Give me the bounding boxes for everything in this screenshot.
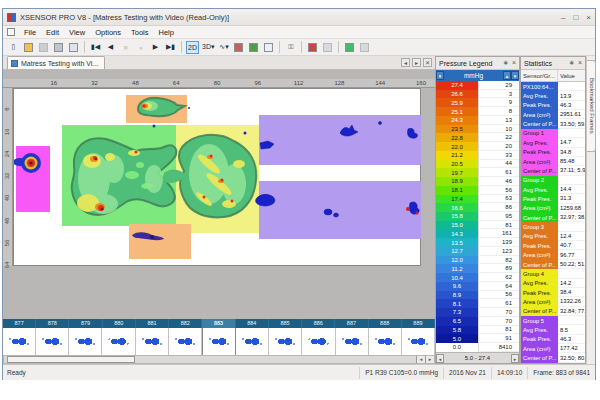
stats-row[interactable]: Peak Pres.34.8: [521, 148, 585, 157]
menu-help[interactable]: Help: [154, 28, 179, 37]
stats-row[interactable]: Area (cm²)96.77: [521, 250, 585, 259]
tab-prev-button[interactable]: ◂: [401, 58, 410, 67]
frame-thumbnail[interactable]: [202, 328, 236, 355]
export-icon[interactable]: [358, 41, 371, 54]
open-file-icon[interactable]: [22, 41, 35, 54]
play-icon[interactable]: ▶: [149, 41, 162, 54]
frame-thumbnail[interactable]: [102, 328, 135, 355]
stats-row[interactable]: Avg Pres.14.2: [521, 279, 585, 288]
sensor-view-icon[interactable]: [247, 41, 260, 54]
frame-thumbnail[interactable]: [336, 328, 369, 355]
document-tab[interactable]: Matress Testing with Vi...: [7, 56, 105, 69]
close-button[interactable]: ×: [586, 13, 591, 22]
print-icon[interactable]: [52, 41, 65, 54]
legend-row[interactable]: 24.313: [436, 116, 519, 125]
legend-row[interactable]: 7.370: [436, 308, 519, 317]
frame-thumbnail[interactable]: [136, 328, 169, 355]
legend-row[interactable]: 22.020: [436, 142, 519, 151]
frame-thumbnail[interactable]: [36, 328, 69, 355]
range-left-icon[interactable]: ◂: [436, 354, 444, 363]
legend-row[interactable]: 27.429: [436, 81, 519, 90]
legend-row[interactable]: 21.233: [436, 151, 519, 160]
save-icon[interactable]: [37, 41, 50, 54]
legend-row[interactable]: 15.081: [436, 221, 519, 230]
stats-row[interactable]: Peak Pres.38.4: [521, 288, 585, 297]
stats-group-header[interactable]: PX100:64...: [521, 82, 585, 91]
view-2d-icon[interactable]: 2D: [186, 41, 199, 54]
frame-thumbnail[interactable]: [69, 328, 102, 355]
stats-row[interactable]: Avg Pres.14.7: [521, 138, 585, 147]
previous-frame-icon[interactable]: ◀: [104, 41, 117, 54]
view-3d-icon[interactable]: 3D▾: [201, 41, 215, 54]
stats-row[interactable]: Center of P...32.84; 77...: [521, 307, 585, 316]
stats-row[interactable]: Avg Pres.8.5: [521, 325, 585, 334]
minimize-button[interactable]: –: [561, 13, 565, 22]
stats-row[interactable]: Center of P...32.97; 38...: [521, 213, 585, 222]
colormap-icon[interactable]: [343, 41, 356, 54]
legend-row[interactable]: 15.895: [436, 212, 519, 221]
legend-row[interactable]: 5.091: [436, 334, 519, 343]
frame-thumbnail[interactable]: [369, 328, 402, 355]
stats-row[interactable]: Avg Pres.12.4: [521, 232, 585, 241]
stats-group-header[interactable]: Group 2: [521, 176, 585, 185]
legend-row[interactable]: 5.881: [436, 326, 519, 335]
legend-row[interactable]: 11.289: [436, 264, 519, 273]
print-preview-icon[interactable]: [67, 41, 80, 54]
legend-row[interactable]: 13.5139: [436, 238, 519, 247]
pin-icon[interactable]: ∗: [569, 59, 575, 67]
split-view-icon[interactable]: [262, 41, 275, 54]
stats-row[interactable]: Area (cm²)177.42: [521, 344, 585, 353]
maximize-button[interactable]: □: [573, 13, 578, 22]
stats-row[interactable]: Center of P...32.50; 80...: [521, 353, 585, 362]
legend-row[interactable]: 19.761: [436, 168, 519, 177]
histogram-icon[interactable]: [306, 41, 319, 54]
legend-row[interactable]: 25.18: [436, 107, 519, 116]
legend-row[interactable]: 12.082: [436, 256, 519, 265]
pressure-map-canvas[interactable]: [13, 88, 421, 266]
calibration-key-icon[interactable]: ⚿: [284, 41, 297, 54]
stats-row[interactable]: Area (cm²)1259.68: [521, 204, 585, 213]
stats-row[interactable]: Avg Pres.13.9: [521, 91, 585, 100]
menu-edit[interactable]: Edit: [41, 28, 64, 37]
legend-row[interactable]: 16.686: [436, 203, 519, 212]
menu-tools[interactable]: Tools: [126, 28, 154, 37]
first-frame-icon[interactable]: ▮◀: [89, 41, 102, 54]
legend-row[interactable]: 0.08410: [436, 343, 519, 352]
legend-row[interactable]: 23.510: [436, 125, 519, 134]
frame-thumbnail[interactable]: [169, 328, 202, 355]
stats-group-header[interactable]: Group 1: [521, 129, 585, 138]
stats-group-header[interactable]: Group 5: [521, 316, 585, 325]
legend-row[interactable]: 22.822: [436, 133, 519, 142]
pressure-map-viewport[interactable]: 163248648096112128144160 816243240485664: [3, 70, 435, 319]
frame-thumbnail[interactable]: [302, 328, 335, 355]
stats-group-header[interactable]: Group 4: [521, 269, 585, 278]
tab-close-button[interactable]: ✕: [423, 58, 432, 67]
scrollbar-thumb[interactable]: [7, 356, 135, 363]
menu-options[interactable]: Options: [90, 28, 126, 37]
stats-row[interactable]: Area (cm²)1332.26: [521, 297, 585, 306]
range-right-icon[interactable]: ▸: [511, 354, 519, 363]
legend-row[interactable]: 17.463: [436, 195, 519, 204]
bookmarked-frames-tab[interactable]: Bookmarked Frames: [587, 60, 596, 152]
pin-icon[interactable]: ∗: [503, 59, 509, 67]
legend-row[interactable]: 14.3161: [436, 229, 519, 238]
image-view-icon[interactable]: [232, 41, 245, 54]
menu-file[interactable]: File: [19, 28, 41, 37]
stats-row[interactable]: Area (cm²)85.48: [521, 157, 585, 166]
record-icon[interactable]: ●: [134, 41, 147, 54]
legend-up-icon[interactable]: ▴: [503, 71, 511, 80]
stats-row[interactable]: Peak Pres.31.3: [521, 194, 585, 203]
legend-row[interactable]: 18.156: [436, 186, 519, 195]
close-icon[interactable]: ×: [578, 59, 582, 67]
stats-row[interactable]: Peak Pres.40.7: [521, 241, 585, 250]
chart-view-icon[interactable]: ∿▾: [217, 41, 230, 54]
legend-row[interactable]: 12.7123: [436, 247, 519, 256]
close-icon[interactable]: ×: [512, 59, 516, 67]
legend-row[interactable]: 6.570: [436, 317, 519, 326]
stop-icon[interactable]: ■: [119, 41, 132, 54]
stats-row[interactable]: Avg Pres.14.4: [521, 185, 585, 194]
stats-group-header[interactable]: Group 3: [521, 222, 585, 231]
legend-down-icon[interactable]: ▾: [511, 71, 519, 80]
title-bar[interactable]: XSENSOR PRO V8 - [Matress Testing with V…: [3, 9, 595, 26]
scroll-left-button[interactable]: ◂: [416, 356, 425, 363]
